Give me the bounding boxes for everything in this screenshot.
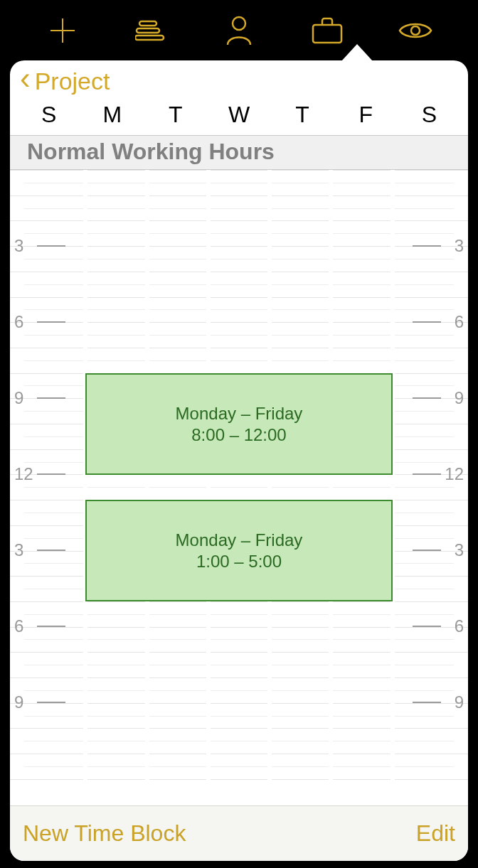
hour-line [10,601,468,602]
time-block[interactable]: Monday – Friday8:00 – 12:00 [85,373,392,475]
hour-label-left: 9 [14,388,23,408]
popover-arrow [341,44,373,61]
hour-line [10,322,468,323]
hour-line [10,297,468,298]
hour-line [10,246,468,247]
edit-button[interactable]: Edit [416,820,455,847]
half-hour-line [24,335,454,336]
hour-line [10,677,468,678]
hour-line [10,272,468,272]
weekday-label: T [161,102,190,128]
hour-label-right: 9 [455,692,464,712]
half-hour-line [24,309,454,310]
time-block[interactable]: Monday – Friday1:00 – 5:00 [85,500,392,601]
plus-icon [48,16,78,45]
hour-line [10,754,468,754]
weekday-label: M [98,102,127,128]
svg-rect-6 [313,25,341,43]
half-hour-line [24,183,454,183]
view-button[interactable] [396,11,435,50]
half-hour-line [24,741,454,741]
new-time-block-button[interactable]: New Time Block [23,820,186,847]
time-block-range: 8:00 – 12:00 [191,425,286,445]
half-hour-line [24,690,454,691]
col-separator [329,170,333,805]
hour-label-right: 6 [455,616,464,636]
list-button[interactable] [132,11,170,50]
weekday-label: S [35,102,63,128]
weekday-label: F [351,102,380,128]
top-toolbar [0,0,478,60]
time-block-title: Monday – Friday [176,530,303,550]
half-hour-line [24,766,454,767]
hour-label-left: 9 [14,692,23,712]
briefcase-icon [311,16,344,45]
hour-line [10,170,468,171]
hour-label-right: 3 [455,540,464,560]
half-hour-line [24,284,454,285]
half-hour-line [24,487,454,488]
svg-point-7 [411,26,420,35]
svg-rect-4 [135,36,164,40]
hour-tick [413,473,441,475]
hour-tick [37,473,65,475]
section-header: Normal Working Hours [10,135,468,170]
hour-tick [37,397,65,399]
list-icon [135,20,166,41]
hour-line [10,779,468,780]
half-hour-line [24,208,454,209]
popover-panel: ‹ Project S M T W T F S Normal Working H… [10,60,468,861]
hour-label-left: 6 [14,312,23,332]
briefcase-button[interactable] [308,11,346,50]
col-separator [83,170,87,805]
half-hour-line [24,716,454,717]
col-separator [267,170,272,805]
hour-tick [413,550,441,551]
hour-line [10,348,468,348]
half-hour-line [24,639,454,640]
hour-line [10,652,468,653]
weekday-row: S M T W T F S [10,102,468,135]
add-button[interactable] [43,11,82,50]
hour-label-right: 3 [455,236,464,256]
person-button[interactable] [220,11,258,50]
weekday-label: S [415,102,443,128]
half-hour-line [24,614,454,615]
hour-label-right: 9 [455,388,464,408]
panel-header: ‹ Project [10,60,468,102]
half-hour-line [24,233,454,234]
hour-tick [37,550,65,551]
col-separator [145,170,149,805]
hour-tick [37,321,65,323]
hour-label-left: 3 [14,540,23,560]
hour-tick [37,702,65,703]
hour-label-right: 6 [455,312,464,332]
hour-line [10,703,468,704]
schedule-grid[interactable]: 3366991212336699Monday – Friday8:00 – 12… [10,170,468,805]
svg-point-5 [233,17,245,30]
eye-icon [398,19,433,42]
half-hour-line [24,665,454,665]
person-icon [225,15,253,46]
hour-label-right: 12 [445,464,464,484]
hour-label-left: 6 [14,616,23,636]
svg-rect-3 [137,28,159,33]
back-chevron-icon[interactable]: ‹ [14,63,33,100]
hour-line [10,728,468,729]
hour-tick [413,321,441,323]
time-block-range: 1:00 – 5:00 [196,552,282,572]
hour-tick [37,626,65,627]
hour-tick [413,397,441,399]
weekday-label: W [225,102,253,128]
svg-rect-2 [139,21,156,26]
hour-line [10,195,468,196]
hour-label-left: 12 [14,464,33,484]
hour-label-left: 3 [14,236,23,256]
hour-line [10,627,468,628]
hour-tick [413,626,441,627]
half-hour-line [24,360,454,361]
half-hour-line [24,259,454,259]
bottom-toolbar: New Time Block Edit [10,805,468,861]
hour-line [10,220,468,221]
back-button-label[interactable]: Project [35,68,110,95]
